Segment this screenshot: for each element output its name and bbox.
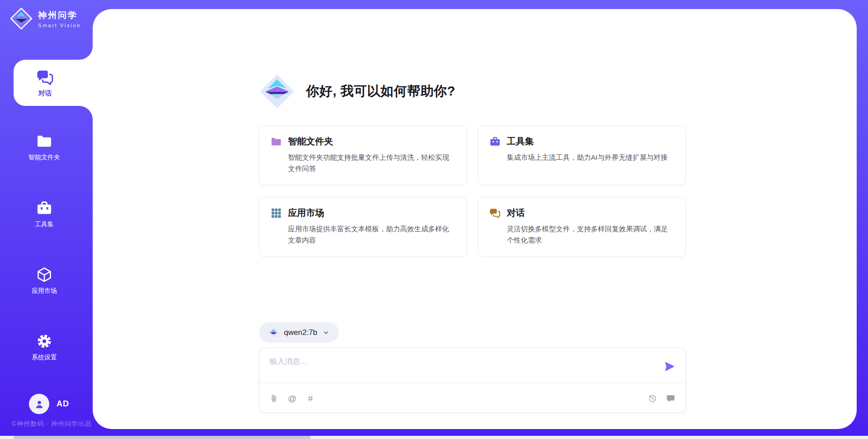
sidebar-item-label: 对话 <box>38 89 52 98</box>
feature-card-3[interactable]: 对话灵活切换多模型文件，支持多样回复效果调试，满足个性化需求 <box>478 197 686 257</box>
card-title: 对话 <box>507 207 525 219</box>
toolbar-left: @# <box>269 394 315 403</box>
user-account[interactable]: AD <box>29 394 69 414</box>
main-panel: 你好, 我可以如何帮助你? 智能文件夹智能文件夹功能支持批量文件上传与清洗，轻松… <box>93 9 857 429</box>
sidebar-item-label: 应用市场 <box>32 287 57 295</box>
sidebar-footer-text: ©神州数码 · 神州问学出品 <box>12 420 92 428</box>
diamond-logo-icon <box>259 73 295 110</box>
horizontal-scrollbar <box>0 436 868 439</box>
card-title: 应用市场 <box>288 207 324 219</box>
diamond-logo-icon <box>268 327 279 338</box>
chat-icon <box>36 68 54 86</box>
card-description: 灵活切换多模型文件，支持多样回复效果调试，满足个性化需求 <box>507 223 675 246</box>
card-header: 应用市场 <box>270 207 456 219</box>
card-description: 集成市场上主流工具，助力AI与外界无缝扩展与对接 <box>507 152 675 163</box>
hash-icon[interactable]: # <box>306 394 315 403</box>
sidebar-item-label: 工具集 <box>35 220 54 229</box>
greeting-title: 你好, 我可以如何帮助你? <box>306 82 455 100</box>
chat-icon <box>489 207 501 219</box>
scrollbar-thumb[interactable] <box>14 436 311 439</box>
greeting: 你好, 我可以如何帮助你? <box>259 73 455 110</box>
brand-logo: 神州问学 Smart Vision <box>10 7 81 30</box>
person-icon <box>33 398 45 410</box>
diamond-logo-icon <box>10 7 33 30</box>
feature-card-0[interactable]: 智能文件夹智能文件夹功能支持批量文件上传与清洗，轻松实现文件问答 <box>259 125 467 185</box>
message-input[interactable] <box>269 355 659 381</box>
chevron-down-icon <box>322 329 330 336</box>
avatar <box>29 394 49 414</box>
at-icon[interactable]: @ <box>288 394 297 403</box>
folder-icon <box>36 133 53 150</box>
sidebar-item-2[interactable]: 工具集 <box>22 200 67 229</box>
card-header: 工具集 <box>489 135 675 148</box>
message-composer: @# <box>259 348 686 413</box>
feature-card-1[interactable]: 工具集集成市场上主流工具，助力AI与外界无缝扩展与对接 <box>478 125 686 185</box>
sidebar-item-label: 智能文件夹 <box>28 153 60 162</box>
model-selector[interactable]: qwen2:7b <box>259 322 339 343</box>
send-icon[interactable] <box>664 361 675 372</box>
card-header: 对话 <box>489 207 675 219</box>
brand-text: 神州问学 Smart Vision <box>38 10 81 28</box>
active-tab-curve-top <box>79 46 93 60</box>
feature-card-2[interactable]: 应用市场应用市场提供丰富长文本模板，助力高效生成多样化文章内容 <box>259 197 467 257</box>
sidebar-item-1[interactable]: 智能文件夹 <box>22 133 67 162</box>
brand-subtitle: Smart Vision <box>38 23 81 28</box>
paperclip-icon[interactable] <box>269 394 279 403</box>
toolbox-icon <box>489 136 501 148</box>
toolbar-right <box>648 394 675 403</box>
feature-cards: 智能文件夹智能文件夹功能支持批量文件上传与清洗，轻松实现文件问答工具集集成市场上… <box>259 125 686 257</box>
cube-icon <box>36 266 53 283</box>
user-name: AD <box>57 399 69 409</box>
card-description: 应用市场提供丰富长文本模板，助力高效生成多样化文章内容 <box>288 223 456 246</box>
gear-icon <box>36 333 53 350</box>
toolbox-icon <box>36 200 53 217</box>
sidebar-item-0[interactable]: 对话 <box>14 60 93 106</box>
card-title: 智能文件夹 <box>288 135 333 148</box>
folder-icon <box>270 136 282 148</box>
active-tab-curve-bottom <box>79 106 93 119</box>
history-icon[interactable] <box>648 394 657 403</box>
composer-toolbar: @# <box>259 383 685 413</box>
sidebar-item-label: 系统设置 <box>32 353 57 362</box>
card-description: 智能文件夹功能支持批量文件上传与清洗，轻松实现文件问答 <box>288 152 456 174</box>
chat-solid-icon[interactable] <box>666 394 675 403</box>
sidebar-item-4[interactable]: 系统设置 <box>22 333 67 362</box>
sidebar-item-3[interactable]: 应用市场 <box>22 266 67 295</box>
card-title: 工具集 <box>507 135 534 148</box>
model-name: qwen2:7b <box>284 328 317 337</box>
brand-name: 神州问学 <box>38 10 81 21</box>
grid-icon <box>270 207 282 219</box>
card-header: 智能文件夹 <box>270 135 456 148</box>
